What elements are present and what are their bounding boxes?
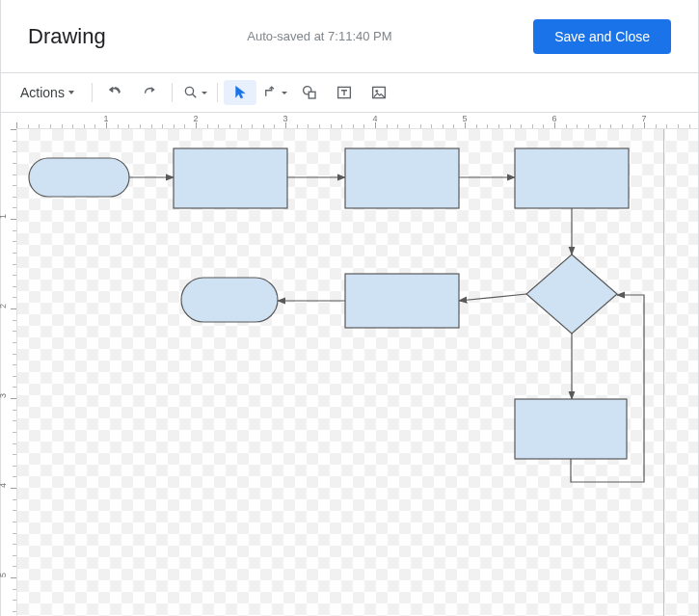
ruler-v-label: 5: [0, 573, 8, 577]
workspace: 12345: [1, 129, 698, 616]
shape-process[interactable]: [345, 148, 459, 208]
caret-down-icon: [282, 92, 287, 94]
ruler-h-label: 7: [641, 114, 646, 123]
undo-icon: [106, 84, 123, 101]
actions-label: Actions: [20, 85, 65, 100]
shape-process[interactable]: [515, 148, 629, 208]
textbox-icon: [336, 84, 353, 101]
ruler-v-label: 3: [0, 393, 8, 398]
drawing-canvas[interactable]: [17, 129, 698, 616]
cursor-icon: [231, 84, 249, 101]
shape-process[interactable]: [345, 274, 459, 328]
ruler-vertical: 12345: [1, 129, 17, 616]
save-and-close-button[interactable]: Save and Close: [533, 19, 671, 54]
undo-button[interactable]: [98, 80, 131, 105]
ruler-v-label: 4: [0, 483, 8, 488]
shape-terminator[interactable]: [181, 278, 278, 322]
actions-menu[interactable]: Actions: [9, 80, 86, 105]
connector[interactable]: [459, 294, 526, 301]
ruler-h-label: 6: [551, 114, 556, 123]
shape-decision[interactable]: [526, 254, 617, 334]
ruler-v-label: 2: [0, 304, 8, 308]
shape-process[interactable]: [515, 399, 627, 459]
line-icon: [262, 84, 280, 101]
separator: [172, 83, 173, 102]
caret-down-icon: [202, 92, 207, 94]
select-tool[interactable]: [224, 80, 256, 105]
ruler-v-label: 1: [0, 214, 8, 219]
zoom-button[interactable]: [178, 80, 211, 105]
separator: [217, 83, 218, 102]
shape-process[interactable]: [174, 148, 287, 208]
redo-button[interactable]: [133, 80, 166, 105]
textbox-tool[interactable]: [328, 80, 361, 105]
svg-point-6: [376, 90, 378, 92]
toolbar: Actions: [1, 73, 698, 113]
shape-icon: [301, 84, 318, 101]
autosave-status: Auto-saved at 7:11:40 PM: [106, 29, 533, 43]
shape-terminator[interactable]: [29, 158, 129, 197]
ruler-h-label: 5: [462, 114, 467, 123]
image-tool[interactable]: [363, 80, 395, 105]
zoom-icon: [182, 84, 200, 101]
redo-icon: [141, 84, 158, 101]
svg-point-0: [185, 87, 193, 94]
svg-line-1: [192, 94, 196, 98]
dialog-title: Drawing: [28, 24, 106, 49]
image-icon: [370, 84, 388, 101]
shape-tool[interactable]: [293, 80, 326, 105]
ruler-h-label: 4: [372, 114, 377, 123]
ruler-h-label: 1: [103, 114, 108, 123]
caret-down-icon: [68, 91, 74, 94]
ruler-horizontal: 1234567: [16, 113, 698, 129]
svg-rect-3: [309, 92, 315, 98]
ruler-h-label: 3: [282, 114, 287, 123]
ruler-h-label: 2: [193, 114, 198, 123]
diagram-svg: [17, 129, 692, 616]
drawing-dialog: Drawing Auto-saved at 7:11:40 PM Save an…: [0, 0, 699, 616]
dialog-header: Drawing Auto-saved at 7:11:40 PM Save an…: [1, 0, 698, 73]
separator: [92, 83, 93, 102]
line-tool[interactable]: [258, 80, 291, 105]
